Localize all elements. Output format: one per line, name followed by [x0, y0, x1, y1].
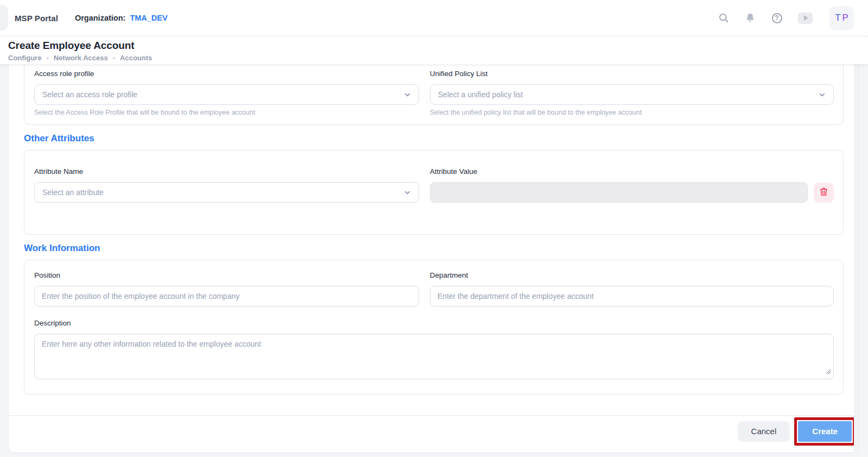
other-attributes-heading: Other Attributes: [24, 133, 859, 144]
help-icon[interactable]: ?: [771, 12, 782, 23]
form-footer: Cancel Create: [9, 415, 859, 447]
delete-attribute-button[interactable]: [814, 183, 834, 203]
play-triangle-icon: [804, 15, 808, 21]
breadcrumb-accounts[interactable]: Accounts: [120, 54, 152, 62]
position-field: Position: [34, 271, 419, 306]
trash-icon: [819, 186, 829, 198]
scrollbar-track[interactable]: [854, 64, 859, 452]
access-role-profile-select[interactable]: Select an access role profile: [34, 84, 419, 105]
access-role-profile-placeholder: Select an access role profile: [42, 90, 137, 99]
attribute-value-label: Attribute Value: [430, 167, 834, 176]
unified-policy-list-label: Unified Policy List: [430, 70, 834, 78]
attribute-value-field: Attribute Value: [430, 167, 834, 203]
highlight-annotation: Create: [794, 417, 856, 446]
department-label: Department: [430, 271, 834, 279]
attribute-value-input: [430, 182, 808, 203]
role-policy-card: Access role profile Select an access rol…: [24, 64, 844, 125]
attribute-name-label: Attribute Name: [34, 167, 419, 176]
department-field: Department: [430, 271, 834, 306]
attribute-name-placeholder: Select an attribute: [42, 188, 104, 197]
position-input[interactable]: [34, 286, 419, 306]
create-employee-account-form: Access role profile Select an access rol…: [8, 64, 859, 453]
breadcrumb: Configure - Network Access - Accounts: [8, 54, 860, 62]
department-input[interactable]: [430, 286, 834, 306]
top-header: MSP Portal Organization: TMA_DEV ? T P: [0, 0, 868, 36]
breadcrumb-configure[interactable]: Configure: [8, 54, 41, 62]
cancel-button[interactable]: Cancel: [738, 421, 790, 442]
create-button[interactable]: Create: [798, 421, 852, 442]
chevron-down-icon: [403, 189, 411, 197]
user-avatar[interactable]: T P: [829, 6, 854, 30]
work-information-card: Position Department Description: [24, 260, 844, 395]
app-title: MSP Portal: [15, 14, 58, 23]
access-role-profile-help: Select the Access Role Profile that will…: [34, 109, 419, 116]
unified-policy-list-field: Unified Policy List Select a unified pol…: [430, 70, 834, 116]
page-title-bar: Create Employee Account Configure - Netw…: [0, 36, 868, 64]
breadcrumb-separator: -: [113, 54, 115, 62]
description-textarea[interactable]: [34, 334, 834, 379]
sidebar-edge: [0, 5, 8, 31]
notifications-bell-icon[interactable]: [745, 12, 756, 23]
avatar-initial-t: T: [835, 12, 840, 23]
unified-policy-list-help: Select the unified policy list that will…: [430, 109, 834, 116]
avatar-initial-p: P: [842, 12, 848, 23]
work-information-heading: Work Information: [24, 243, 859, 254]
chevron-down-icon: [403, 91, 411, 99]
position-label: Position: [34, 271, 419, 279]
description-field: Description: [34, 319, 834, 379]
access-role-profile-label: Access role profile: [34, 70, 419, 78]
breadcrumb-separator: -: [46, 54, 48, 62]
access-role-profile-field: Access role profile Select an access rol…: [34, 70, 419, 116]
tutorial-video-icon[interactable]: [798, 12, 813, 24]
help-glyph: ?: [772, 13, 782, 23]
attribute-name-select[interactable]: Select an attribute: [34, 182, 419, 203]
organization-selector: Organization: TMA_DEV: [75, 14, 168, 22]
search-icon[interactable]: [718, 12, 729, 23]
attribute-name-field: Attribute Name Select an attribute: [34, 167, 419, 203]
other-attributes-card: Attribute Name Select an attribute Attri…: [24, 150, 844, 235]
description-label: Description: [34, 319, 834, 327]
organization-value[interactable]: TMA_DEV: [130, 14, 167, 22]
unified-policy-list-select[interactable]: Select a unified policy list: [430, 84, 834, 105]
breadcrumb-network-access[interactable]: Network Access: [54, 54, 108, 62]
page-title: Create Employee Account: [8, 40, 860, 52]
organization-label: Organization:: [75, 14, 125, 22]
unified-policy-list-placeholder: Select a unified policy list: [438, 90, 523, 99]
chevron-down-icon: [818, 91, 826, 99]
